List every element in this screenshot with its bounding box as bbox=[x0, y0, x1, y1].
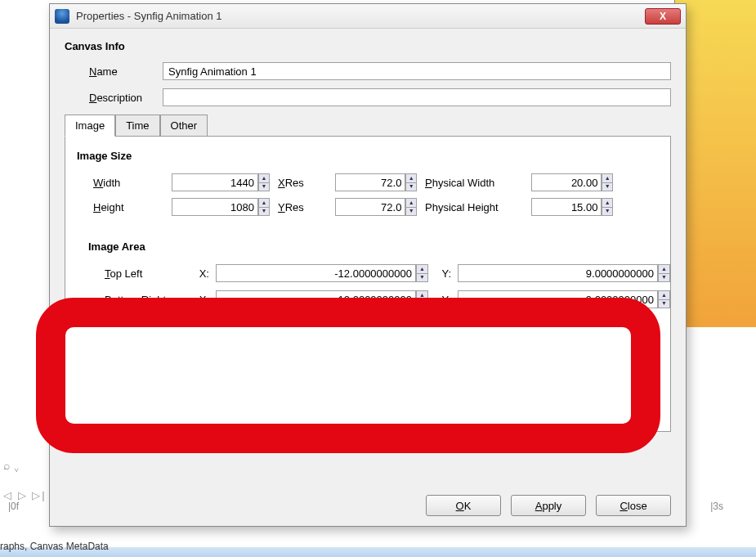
background-playback: ◁ ▷ ▷| bbox=[3, 489, 47, 501]
spin-down-icon[interactable]: ▼ bbox=[416, 273, 428, 283]
physical-height-label: Physical Height bbox=[425, 201, 523, 213]
xres-label: XRes bbox=[278, 177, 327, 189]
background-timeline-start: |0f bbox=[8, 501, 19, 512]
spin-up-icon[interactable]: ▲ bbox=[658, 264, 670, 273]
spin-up-icon[interactable]: ▲ bbox=[258, 173, 270, 182]
height-label: Height bbox=[93, 201, 163, 213]
tab-time[interactable]: Time bbox=[115, 115, 159, 136]
background-panel bbox=[674, 0, 756, 327]
xres-input[interactable]: ▲▼ bbox=[335, 173, 417, 191]
spin-down-icon[interactable]: ▼ bbox=[602, 182, 613, 192]
close-icon: X bbox=[660, 11, 666, 22]
width-label: Width bbox=[93, 177, 163, 189]
spin-up-icon[interactable]: ▲ bbox=[405, 173, 417, 182]
spin-down-icon[interactable]: ▼ bbox=[405, 182, 417, 192]
x-label: X: bbox=[193, 294, 209, 306]
titlebar[interactable]: Properties - Synfig Animation 1 X bbox=[50, 4, 686, 29]
app-icon bbox=[55, 9, 69, 24]
canvas-info-heading: Canvas Info bbox=[65, 40, 671, 52]
physical-width-input[interactable]: ▲▼ bbox=[531, 173, 613, 191]
name-label: Name bbox=[65, 65, 163, 78]
spin-down-icon[interactable]: ▼ bbox=[602, 207, 613, 217]
physical-height-input[interactable]: ▲▼ bbox=[531, 198, 613, 216]
x-label: X: bbox=[193, 267, 209, 280]
physical-width-label: Physical Width bbox=[425, 177, 523, 189]
window-title: Properties - Synfig Animation 1 bbox=[76, 10, 221, 22]
spin-down-icon[interactable]: ▼ bbox=[405, 207, 417, 217]
background-search-icon: ⌕ ⌄ bbox=[3, 459, 20, 472]
description-label: Description bbox=[65, 92, 163, 104]
y-label: Y: bbox=[435, 267, 451, 280]
tab-image[interactable]: Image bbox=[65, 115, 115, 137]
spin-down-icon[interactable]: ▼ bbox=[258, 182, 270, 192]
spin-up-icon[interactable]: ▲ bbox=[258, 198, 270, 207]
image-area-group: Image Area Top Left X: ▲▼ Y: ▲▼ bbox=[77, 240, 659, 308]
bottom-right-label: Bottom Right bbox=[105, 294, 186, 306]
tab-other[interactable]: Other bbox=[160, 115, 208, 136]
spin-down-icon[interactable]: ▼ bbox=[658, 273, 670, 283]
image-size-heading: Image Size bbox=[77, 150, 659, 162]
close-window-button[interactable]: X bbox=[645, 8, 681, 25]
spin-down-icon[interactable]: ▼ bbox=[416, 299, 428, 309]
spin-down-icon[interactable]: ▼ bbox=[658, 299, 670, 309]
spin-up-icon[interactable]: ▲ bbox=[416, 290, 428, 299]
description-input[interactable] bbox=[163, 88, 671, 106]
y-label: Y: bbox=[435, 294, 451, 306]
top-left-y-input[interactable]: ▲▼ bbox=[458, 264, 670, 282]
spin-up-icon[interactable]: ▲ bbox=[416, 264, 428, 273]
background-strip bbox=[0, 547, 756, 557]
spin-up-icon[interactable]: ▲ bbox=[658, 290, 670, 299]
yres-label: YRes bbox=[278, 201, 327, 213]
width-input[interactable]: ▲▼ bbox=[172, 173, 270, 191]
top-left-x-input[interactable]: ▲▼ bbox=[216, 264, 428, 282]
height-input[interactable]: ▲▼ bbox=[172, 198, 270, 216]
tab-panel-image: Image Size Width ▲▼ XRes ▲▼ bbox=[65, 136, 671, 432]
dialog-button-row: OK Apply Close bbox=[426, 495, 671, 516]
spin-up-icon[interactable]: ▲ bbox=[602, 173, 613, 182]
spin-up-icon[interactable]: ▲ bbox=[602, 198, 613, 207]
background-text: raphs, Canvas MetaData bbox=[0, 541, 109, 552]
bottom-right-y-input[interactable]: ▲▼ bbox=[458, 290, 670, 308]
background-timeline: |3s bbox=[710, 501, 723, 512]
tabbar: Image Time Other bbox=[65, 115, 671, 136]
spin-down-icon[interactable]: ▼ bbox=[258, 207, 270, 217]
bottom-right-x-input[interactable]: ▲▼ bbox=[216, 290, 428, 308]
yres-input[interactable]: ▲▼ bbox=[335, 198, 417, 216]
properties-dialog: Properties - Synfig Animation 1 X Canvas… bbox=[49, 3, 687, 527]
top-left-label: Top Left bbox=[105, 267, 186, 280]
name-input[interactable] bbox=[163, 62, 671, 80]
close-button[interactable]: Close bbox=[596, 495, 671, 516]
ok-button[interactable]: OK bbox=[426, 495, 501, 516]
apply-button[interactable]: Apply bbox=[511, 495, 586, 516]
spin-up-icon[interactable]: ▲ bbox=[405, 198, 417, 207]
image-area-heading: Image Area bbox=[88, 240, 647, 253]
